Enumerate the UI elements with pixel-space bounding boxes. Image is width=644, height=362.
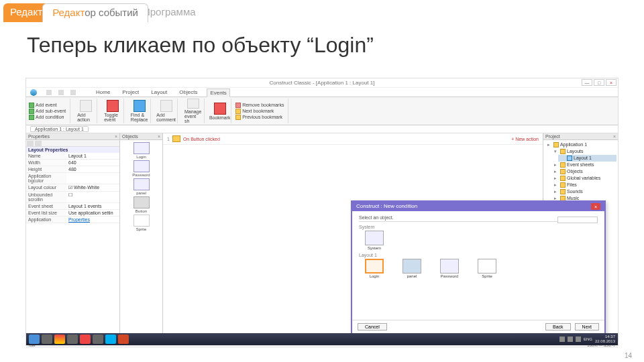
- tree-eventsheets[interactable]: ▸Event sheets: [551, 162, 616, 168]
- panel-close-icon[interactable]: ×: [613, 134, 616, 139]
- toggle-icon: [107, 100, 119, 112]
- app-icon[interactable]: [93, 335, 103, 344]
- qat-icon[interactable]: [58, 90, 64, 95]
- sheets-icon: [187, 99, 199, 109]
- slide-tab-active[interactable]: Редактор событий: [42, 3, 148, 22]
- tree-sounds[interactable]: ▸Sounds: [551, 188, 616, 195]
- ribbon-tab-layout[interactable]: Layout: [148, 88, 170, 96]
- sprite-icon: [478, 259, 496, 274]
- tray-icon[interactable]: [568, 337, 573, 342]
- event-sheet-canvas[interactable]: 1 On Button clicked + New action Constru…: [163, 133, 543, 333]
- bookmark-icon: [214, 103, 226, 115]
- ribbon-tab-home[interactable]: Home: [93, 88, 113, 96]
- arrow-icon: [235, 115, 241, 120]
- tray-time: 14:37: [595, 335, 615, 339]
- ribbon-tab-objects[interactable]: Objects: [176, 88, 200, 96]
- tray-icon[interactable]: [559, 337, 565, 342]
- app-orb-icon[interactable]: [30, 89, 37, 96]
- qat-icon[interactable]: [70, 90, 76, 95]
- ribbon-add-action[interactable]: Add action: [74, 99, 97, 123]
- plus-icon: [29, 109, 34, 114]
- window-minimize-button[interactable]: —: [582, 79, 592, 86]
- slide-tab-bar: Редакто Редактор событий Программа: [0, 0, 644, 22]
- tree-objects[interactable]: ▸Objects: [551, 168, 616, 175]
- action-icon: [80, 100, 92, 112]
- panel-close-icon[interactable]: ×: [158, 134, 160, 139]
- dialog-item-panel[interactable]: panel: [396, 259, 427, 278]
- ribbon-prev-bookmark[interactable]: Previous bookmark: [242, 115, 282, 119]
- dialog-next-button[interactable]: Next: [575, 323, 599, 330]
- object-button[interactable]: Button: [122, 196, 160, 213]
- skype-icon[interactable]: [105, 335, 116, 344]
- new-condition-dialog: Construct : New condition × Select an ob…: [351, 200, 606, 335]
- app-titlebar: Construct Classic - [Application 1 : Lay…: [26, 78, 618, 88]
- tree-files[interactable]: ▸Files: [551, 182, 616, 188]
- dialog-item-password[interactable]: Password: [434, 259, 465, 278]
- editbox-icon: [440, 259, 459, 274]
- embedded-screenshot: Construct Classic - [Application 1 : Lay…: [25, 78, 619, 346]
- event-row[interactable]: 1 On Button clicked + New action: [163, 133, 543, 145]
- ribbon-remove-bookmarks[interactable]: Remove bookmarks: [242, 103, 284, 107]
- dialog-section-system: System: [359, 225, 598, 229]
- dialog-back-button[interactable]: Back: [545, 323, 571, 330]
- breadcrumb: Application 1 : Layout 1: [26, 125, 618, 133]
- folder-icon: [560, 169, 566, 174]
- ie-icon[interactable]: [29, 335, 40, 344]
- folder-icon: [560, 182, 566, 188]
- dialog-item-sprite[interactable]: Sprite: [472, 259, 502, 278]
- ribbon-bookmark[interactable]: Bookmark: [209, 99, 231, 123]
- folder-icon: [553, 142, 559, 147]
- ribbon: Add event Add sub-event Add condition Ad…: [26, 97, 618, 125]
- ribbon-manage-sheets[interactable]: Manage event sh: [182, 99, 205, 123]
- tray-lang[interactable]: ENG: [584, 337, 592, 341]
- explorer-icon[interactable]: [42, 335, 52, 344]
- arrow-icon: [235, 109, 241, 114]
- project-title: Project: [545, 134, 560, 139]
- panel-icon: [402, 259, 421, 274]
- dialog-title: Construct : New condition: [356, 203, 417, 210]
- dialog-item-login[interactable]: Login: [359, 259, 390, 278]
- search-icon: [133, 100, 146, 112]
- folder-icon: [560, 176, 566, 181]
- tree-root[interactable]: ▸Application 1: [545, 141, 616, 148]
- window-close-button[interactable]: ×: [606, 79, 616, 86]
- object-password[interactable]: Password: [122, 160, 160, 177]
- qat-icon[interactable]: [46, 90, 52, 95]
- ribbon-tab-project[interactable]: Project: [119, 88, 142, 96]
- window-maximize-button[interactable]: □: [594, 79, 604, 86]
- app-title: Construct Classic - [Application 1 : Lay…: [270, 80, 375, 86]
- app-icon[interactable]: [67, 335, 78, 344]
- dialog-search-input[interactable]: [557, 217, 598, 223]
- plus-icon: [29, 115, 34, 120]
- breadcrumb-tab[interactable]: Application 1 : Layout 1: [30, 126, 89, 132]
- button-icon: [172, 135, 180, 142]
- ribbon-add-condition[interactable]: Add condition: [36, 115, 64, 119]
- panel-close-icon[interactable]: ×: [115, 134, 117, 139]
- ribbon-find-replace[interactable]: Find & Replace: [128, 99, 151, 123]
- object-login[interactable]: Login: [122, 142, 160, 159]
- properties-section: Layout Properties: [26, 147, 119, 153]
- ribbon-toggle-event[interactable]: Toggle event: [101, 99, 124, 123]
- dialog-close-button[interactable]: ×: [591, 203, 600, 210]
- tray-date: 22.08.2013: [595, 339, 615, 344]
- ribbon-next-bookmark[interactable]: Next bookmark: [242, 109, 274, 113]
- tray-icon[interactable]: [576, 337, 581, 342]
- folder-icon: [560, 149, 566, 154]
- powerpoint-icon[interactable]: [118, 335, 129, 344]
- opera-icon[interactable]: [80, 335, 91, 344]
- dialog-cancel-button[interactable]: Cancel: [358, 323, 387, 330]
- slide-title: Теперь кликаем по объекту “Login”: [0, 22, 644, 64]
- tree-layout1[interactable]: Layout 1: [558, 155, 616, 162]
- tree-layouts[interactable]: ▾Layouts: [551, 148, 616, 155]
- chrome-icon[interactable]: [54, 335, 65, 344]
- ribbon-add-comment[interactable]: Add comment: [155, 99, 178, 123]
- object-panel[interactable]: panel: [122, 178, 160, 195]
- dialog-item-system[interactable]: System: [359, 231, 390, 250]
- system-icon: [365, 231, 384, 245]
- object-sprite[interactable]: Sprite: [122, 215, 160, 231]
- new-action-link[interactable]: + New action: [511, 137, 539, 141]
- tree-globals[interactable]: ▸Global variables: [551, 175, 616, 182]
- ribbon-add-subevent[interactable]: Add sub-event: [36, 109, 66, 113]
- ribbon-tab-events[interactable]: Events: [207, 88, 229, 97]
- ribbon-add-event[interactable]: Add event: [36, 103, 57, 107]
